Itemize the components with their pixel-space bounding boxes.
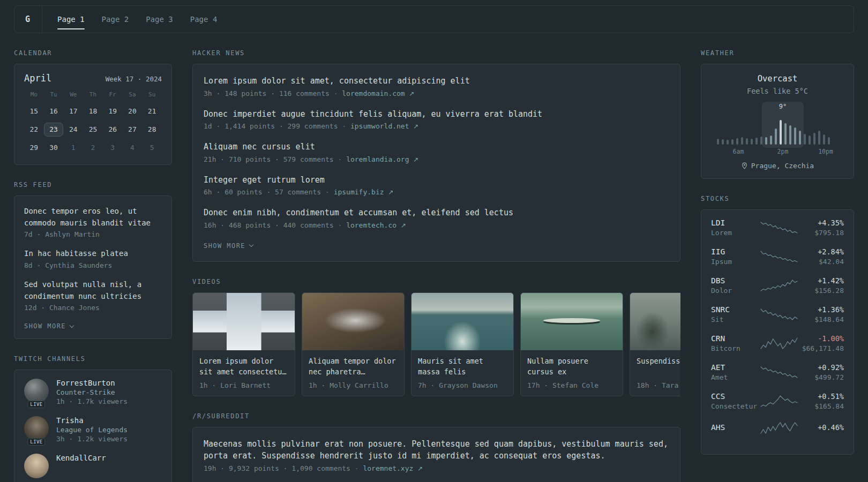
hn-item-title[interactable]: Lorem ipsum dolor sit amet, consectetur … (204, 75, 669, 87)
calendar-day[interactable]: 27 (123, 123, 143, 137)
calendar-day[interactable]: 15 (24, 104, 44, 118)
calendar-section-title: CALENDAR (14, 49, 172, 57)
hn-show-more-button[interactable]: SHOW MORE (204, 242, 253, 250)
calendar-day[interactable]: 19 (103, 104, 123, 118)
chevron-down-icon (249, 243, 253, 247)
tab-page-2[interactable]: Page 2 (102, 6, 129, 33)
stock-symbol: SNRC (711, 305, 760, 314)
stock-row[interactable]: CCS Consectetur +0.51% $165.84 (711, 392, 844, 410)
hn-item-title[interactable]: Donec imperdiet augue tincidunt felis al… (204, 108, 669, 120)
hn-item-domain-link[interactable]: loremdomain.com ↗ (342, 89, 414, 97)
twitch-channel-row[interactable]: KendallCarr (24, 454, 162, 478)
rss-item: In hac habitasse platea 8d · Cynthia Sau… (24, 248, 162, 269)
subreddit-post-title[interactable]: Maecenas mollis pulvinar erat non posuer… (204, 438, 669, 462)
video-title[interactable]: Nullam posuere cursus ex (527, 356, 616, 378)
video-thumbnail[interactable] (302, 293, 404, 350)
calendar-day[interactable]: 1 (63, 141, 83, 155)
stock-price: $165.84 (814, 402, 844, 410)
calendar-week-year: Week 17 · 2024 (106, 75, 162, 83)
calendar-day[interactable]: 5 (142, 141, 162, 155)
subreddit-post-domain-link[interactable]: loremnet.xyz ↗ (363, 464, 423, 472)
rss-show-more-button[interactable]: SHOW MORE (24, 322, 73, 330)
calendar-day[interactable]: 4 (123, 141, 143, 155)
twitch-channel-row[interactable]: LIVE Trisha League of Legends 3h · 1.2k … (24, 416, 162, 443)
separator-dot: · (325, 188, 330, 196)
video-card[interactable]: Suspendisse diam 18h · Tara (630, 292, 680, 396)
tab-page-3[interactable]: Page 3 (146, 6, 173, 33)
rss-item-title[interactable]: Sed volutpat nulla nisl, a condimentum n… (24, 279, 162, 302)
calendar-day[interactable]: 28 (142, 123, 162, 137)
stock-symbol: AHS (711, 423, 760, 432)
calendar-weekday: We (63, 91, 83, 100)
app-logo[interactable]: G (25, 6, 42, 33)
hn-item-domain-link[interactable]: ipsumworld.net ↗ (350, 122, 418, 130)
separator-dot: · (338, 221, 342, 229)
video-thumbnail[interactable] (193, 293, 295, 350)
stock-sparkline (760, 221, 798, 235)
calendar-day[interactable]: 21 (142, 104, 162, 118)
calendar-day[interactable]: 2 (83, 141, 103, 155)
twitch-avatar-wrap: LIVE (24, 416, 49, 443)
video-thumbnail[interactable] (630, 293, 680, 350)
video-card[interactable]: Aliquam tempor dolor nec pharetra… 1h · … (302, 292, 405, 396)
video-card[interactable]: Mauris sit amet massa felis 7h · Grayson… (411, 292, 514, 396)
calendar-day[interactable]: 30 (44, 141, 64, 155)
subreddit-section: /R/SUBREDDIT Maecenas mollis pulvinar er… (192, 412, 680, 482)
stock-row[interactable]: SNRC Sit +1.36% $148.64 (711, 305, 844, 323)
calendar-day[interactable]: 26 (103, 123, 123, 137)
twitch-channel-name[interactable]: ForrestBurton (56, 379, 128, 387)
calendar-day[interactable]: 24 (63, 123, 83, 137)
stock-change: +1.36% (798, 305, 844, 314)
stock-row[interactable]: IIG Ipsum +2.84% $42.04 (711, 247, 844, 266)
tab-page-1[interactable]: Page 1 (57, 6, 85, 33)
video-card[interactable]: Lorem ipsum dolor sit amet consectetu… 1… (192, 292, 295, 396)
calendar-day[interactable]: 17 (63, 104, 83, 118)
rss-item-title[interactable]: In hac habitasse platea (24, 248, 162, 260)
stock-row[interactable]: DBS Dolor +1.42% $156.28 (711, 276, 844, 295)
twitch-channel-name[interactable]: KendallCarr (56, 454, 106, 462)
stock-row[interactable]: LDI Lorem +4.35% $795.18 (711, 219, 844, 237)
video-title[interactable]: Aliquam tempor dolor nec pharetra… (309, 356, 398, 378)
calendar-month: April (24, 73, 51, 84)
calendar-day[interactable]: 22 (24, 123, 44, 137)
calendar-day[interactable]: 3 (103, 141, 123, 155)
stock-figures: +0.92% $499.72 (798, 363, 844, 381)
calendar-weekday: Sa (123, 91, 143, 100)
tab-page-4[interactable]: Page 4 (190, 6, 218, 33)
stock-row[interactable]: CRN Bitcorn -1.00% $66,171.48 (711, 334, 844, 352)
stock-symbol: LDI (711, 219, 760, 227)
hn-item-domain-link[interactable]: loremlandia.org ↗ (346, 155, 418, 163)
location-pin-icon (741, 162, 748, 169)
hn-item: Donec enim nibh, condimentum et accumsan… (204, 207, 669, 229)
twitch-channel-name[interactable]: Trisha (56, 416, 128, 425)
hn-item-title[interactable]: Donec enim nibh, condimentum et accumsan… (204, 207, 669, 219)
calendar-day[interactable]: 23 (44, 123, 64, 137)
calendar-day[interactable]: 25 (83, 123, 103, 137)
stock-change: +2.84% (798, 247, 844, 256)
calendar-day[interactable]: 20 (123, 104, 143, 118)
calendar-day[interactable]: 18 (83, 104, 103, 118)
video-thumbnail[interactable] (521, 293, 623, 350)
video-title[interactable]: Suspendisse diam (637, 356, 680, 378)
rss-item-title[interactable]: Donec tempor eros leo, ut commodo mauris… (24, 206, 162, 229)
calendar-day[interactable]: 16 (44, 104, 64, 118)
weather-section-title: WEATHER (701, 49, 854, 57)
twitch-channel-row[interactable]: LIVE ForrestBurton Counter-Strike 1h · 1… (24, 379, 162, 405)
stock-row[interactable]: AHS +0.46% (711, 421, 844, 435)
hn-item-title[interactable]: Integer eget rutrum lorem (204, 174, 669, 186)
stock-id: CCS Consectetur (711, 392, 760, 410)
calendar-day[interactable]: 29 (24, 141, 44, 155)
stock-price: $795.18 (814, 229, 844, 237)
stock-name: Consectetur (711, 402, 757, 410)
video-title[interactable]: Mauris sit amet massa felis (418, 356, 507, 378)
video-title[interactable]: Lorem ipsum dolor sit amet consectetu… (199, 356, 288, 378)
stock-figures: +0.46% (798, 423, 844, 433)
hn-item-domain-link[interactable]: loremtech.co ↗ (346, 221, 406, 229)
stock-row[interactable]: AET Amet +0.92% $499.72 (711, 363, 844, 381)
hacker-news-section-title: HACKER NEWS (192, 49, 680, 57)
hn-item-title[interactable]: Aliquam nec cursus elit (204, 141, 669, 153)
video-card[interactable]: Nullam posuere cursus ex 17h · Stefan Co… (520, 292, 623, 396)
video-thumbnail[interactable] (411, 293, 513, 350)
hn-item-domain-link[interactable]: ipsumify.biz ↗ (334, 188, 394, 196)
stocks-section-title: STOCKS (701, 195, 854, 202)
